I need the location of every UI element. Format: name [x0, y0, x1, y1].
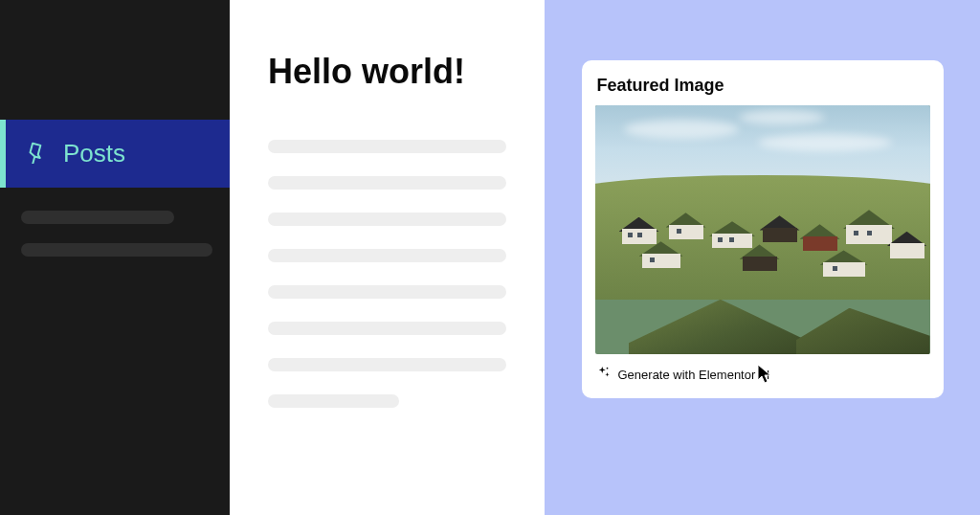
sidebar-placeholder: [21, 243, 212, 257]
svg-point-0: [606, 368, 608, 369]
content-line: [268, 140, 506, 153]
content-line: [268, 285, 506, 299]
post-editor: Hello world!: [230, 0, 545, 515]
cursor-icon: [756, 363, 775, 388]
pin-icon: [23, 141, 46, 168]
admin-sidebar: Posts: [0, 0, 230, 515]
sidebar-item-label: Posts: [63, 139, 125, 168]
content-line: [268, 322, 506, 335]
right-panel: Featured Image: [545, 0, 980, 515]
generate-ai-button[interactable]: Generate with Elementor AI: [595, 354, 930, 385]
post-content-placeholder[interactable]: [268, 140, 506, 408]
sidebar-item-posts[interactable]: Posts: [0, 120, 230, 188]
featured-image-card: Featured Image: [582, 60, 944, 398]
featured-image-preview[interactable]: [595, 105, 930, 354]
post-title[interactable]: Hello world!: [268, 52, 506, 92]
content-line: [268, 213, 506, 226]
content-line: [268, 176, 506, 190]
featured-image-title: Featured Image: [595, 76, 930, 96]
sparkle-icon: [597, 366, 611, 383]
content-line: [268, 394, 399, 408]
generate-ai-label: Generate with Elementor AI: [618, 368, 770, 382]
content-line: [268, 358, 506, 371]
sidebar-placeholder-group: [0, 188, 230, 266]
sidebar-placeholder: [21, 211, 174, 224]
content-line: [268, 249, 506, 262]
